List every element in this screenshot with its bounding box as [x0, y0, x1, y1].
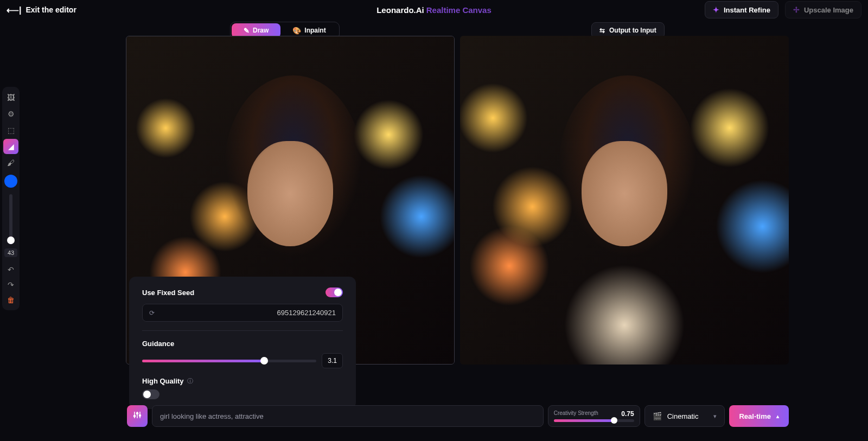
palette-icon: 🎨: [292, 27, 301, 35]
side-toolbar: 🖼 ⚙ ⬚ ◢ 🖌 43 ↶ ↷ 🗑: [2, 87, 20, 310]
exit-editor-button[interactable]: ⟵| Exit the editor: [7, 5, 76, 15]
style-select[interactable]: 🎬 Cinematic ▾: [644, 405, 725, 427]
pencil-icon: ✎: [244, 27, 250, 35]
delete-button[interactable]: 🗑: [3, 293, 18, 307]
instant-refine-button[interactable]: ✦ Instant Refine: [705, 1, 778, 18]
toggle-knob: [334, 289, 342, 296]
draw-label: Draw: [253, 27, 269, 34]
upscale-icon: ✢: [793, 5, 800, 14]
brush-icon: 🖌: [7, 158, 15, 167]
logo-sub: Realtime Canvas: [426, 5, 492, 15]
guidance-thumb[interactable]: [260, 357, 268, 365]
creativity-label: Creativity Strength: [554, 410, 598, 418]
divider: [142, 330, 343, 331]
svg-point-5: [139, 415, 141, 417]
toggle-knob: [143, 391, 151, 398]
creativity-fill: [554, 419, 614, 422]
seed-value: 695129621240921: [277, 309, 336, 317]
info-icon[interactable]: ⓘ: [187, 377, 193, 385]
svg-point-1: [134, 416, 136, 417]
redo-button[interactable]: ↷: [3, 278, 18, 292]
sliders-icon: [133, 411, 142, 421]
undo-button[interactable]: ↶: [3, 263, 18, 277]
upscale-label: Upscale Image: [804, 6, 853, 14]
select-tool-button[interactable]: ⬚: [3, 123, 18, 138]
undo-icon: ↶: [8, 265, 14, 274]
output-canvas: [460, 36, 789, 365]
eraser-tool-button[interactable]: ◢: [3, 139, 18, 154]
guidance-label: Guidance: [142, 340, 343, 348]
inpaint-label: Inpaint: [304, 27, 326, 34]
output-to-input-label: Output to Input: [609, 27, 656, 34]
prompt-text: girl looking like actress, attractive: [160, 412, 264, 420]
guidance-slider[interactable]: [142, 360, 316, 362]
adjust-icon: ⚙: [8, 110, 15, 118]
prompt-input[interactable]: girl looking like actress, attractive: [152, 405, 544, 427]
sparkle-icon: ✦: [713, 5, 719, 14]
settings-button[interactable]: [127, 405, 148, 427]
brush-size-thumb[interactable]: [7, 237, 15, 244]
high-quality-label: High Quality: [142, 377, 184, 385]
creativity-thumb[interactable]: [611, 417, 617, 424]
adjust-tool-button[interactable]: ⚙: [3, 106, 18, 122]
realtime-button[interactable]: Real-time ▴: [729, 405, 789, 427]
guidance-fill: [142, 360, 264, 362]
style-icon: 🎬: [653, 412, 662, 420]
upscale-image-button[interactable]: ✢ Upscale Image: [785, 1, 861, 18]
creativity-value: 0.75: [621, 410, 634, 418]
fixed-seed-toggle[interactable]: [326, 287, 343, 297]
exit-label: Exit the editor: [25, 5, 76, 14]
chevron-up-icon: ▴: [776, 413, 779, 419]
output-image: [460, 36, 789, 365]
creativity-strength-control[interactable]: Creativity Strength 0.75: [548, 405, 640, 427]
seed-refresh-icon[interactable]: ⟳: [149, 309, 155, 317]
brush-size-value: 43: [4, 248, 17, 257]
swap-icon: ⇆: [599, 27, 605, 34]
creativity-slider[interactable]: [554, 419, 634, 422]
brush-tool-button[interactable]: 🖌: [3, 155, 18, 170]
fixed-seed-label: Use Fixed Seed: [142, 289, 194, 297]
high-quality-toggle[interactable]: [142, 389, 159, 399]
brush-size-slider[interactable]: [9, 194, 12, 244]
eraser-icon: ◢: [8, 142, 14, 151]
style-label: Cinematic: [667, 412, 699, 420]
settings-popup: Use Fixed Seed ⟳ 695129621240921 Guidanc…: [129, 277, 356, 409]
exit-icon: ⟵|: [7, 5, 21, 15]
image-tool-button[interactable]: 🖼: [3, 90, 18, 105]
seed-input[interactable]: ⟳ 695129621240921: [142, 304, 343, 322]
redo-icon: ↷: [8, 280, 14, 289]
logo-main: Leonardo.Ai: [376, 5, 424, 15]
realtime-label: Real-time: [739, 412, 771, 420]
image-icon: 🖼: [7, 93, 15, 102]
guidance-value: 3.1: [322, 353, 343, 368]
trash-icon: 🗑: [7, 296, 15, 304]
color-picker[interactable]: [4, 175, 17, 188]
select-icon: ⬚: [8, 126, 15, 135]
app-title: Leonardo.Ai Realtime Canvas: [376, 5, 492, 15]
instant-refine-label: Instant Refine: [724, 6, 770, 14]
chevron-down-icon: ▾: [713, 413, 717, 420]
svg-point-3: [137, 413, 138, 414]
